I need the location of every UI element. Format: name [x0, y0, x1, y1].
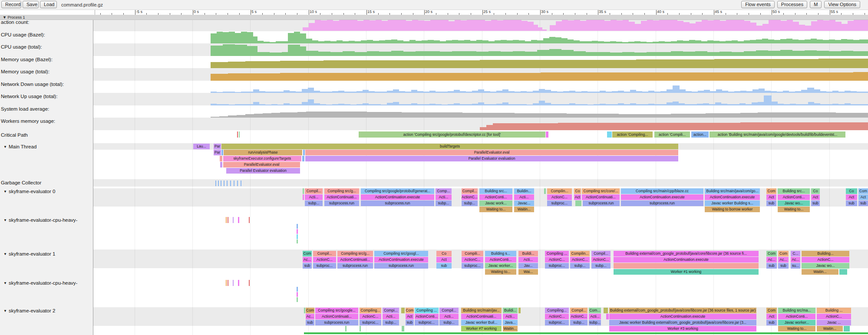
net-down-counter-bar[interactable]: [223, 92, 229, 93]
skyframe-evaluator-1-event-bar[interactable]: Compiling ...: [545, 251, 569, 256]
action-count-counter-bar[interactable]: [732, 20, 738, 31]
cpu-bazel-counter-bar[interactable]: [659, 41, 665, 43]
cpu-bazel-counter-bar[interactable]: [446, 40, 452, 43]
net-down-counter-bar[interactable]: [442, 92, 448, 93]
net-down-counter-bar[interactable]: [673, 85, 680, 93]
cpu-bazel-counter-bar[interactable]: [829, 39, 835, 43]
action-count-counter-bar[interactable]: [442, 20, 449, 31]
cpu-bazel-counter-bar[interactable]: [379, 40, 385, 43]
cpu-bazel-counter-bar[interactable]: [507, 40, 513, 43]
cpu-bazel-counter-bar[interactable]: [422, 40, 428, 43]
action-count-counter-bar[interactable]: [479, 20, 485, 31]
cpu-total-counter-bar[interactable]: [300, 46, 306, 56]
net-down-counter-bar[interactable]: [326, 92, 332, 93]
action-count-counter-bar[interactable]: [503, 20, 509, 31]
skyframe-evaluator-0-event-bar[interactable]: Buildin...: [514, 188, 534, 194]
main-thread-event-bar[interactable]: ParallelEvaluator.eval: [305, 150, 678, 155]
action-count-counter-bar[interactable]: [769, 20, 775, 31]
garbage-collector-event-bar[interactable]: [230, 181, 231, 186]
skyframe-evaluator-1-event-bar[interactable]: Ac...: [778, 257, 789, 263]
mem-bazel-counter-bar[interactable]: [376, 60, 402, 68]
action-count-counter-bar[interactable]: [586, 20, 592, 31]
cpu-total-counter-bar[interactable]: [501, 52, 513, 56]
mem-bazel-counter-bar[interactable]: [428, 60, 454, 68]
action-count-counter-bar[interactable]: [400, 20, 406, 31]
net-down-counter-bar[interactable]: [710, 91, 716, 93]
sys-load-counter-bar[interactable]: [593, 114, 601, 118]
sys-load-counter-bar[interactable]: [323, 112, 332, 118]
cpu-total-counter-bar[interactable]: [817, 51, 829, 56]
skyframe-evaluator-0-event-bar[interactable]: Javac worker Building s...: [705, 200, 760, 206]
skyframe-evaluator-1-event-bar[interactable]: Act: [436, 257, 452, 263]
cpu-bazel-counter-bar[interactable]: [367, 40, 373, 43]
mem-bazel-counter-bar[interactable]: [714, 59, 740, 68]
cpu-total-counter-bar[interactable]: [440, 52, 452, 56]
sidebar-track-label-skyframe-evaluator-1[interactable]: ▼skyframe-evaluator 1: [3, 251, 55, 256]
net-up-counter-bar[interactable]: [679, 103, 685, 105]
sys-load-counter-bar[interactable]: [723, 113, 732, 118]
sys-load-counter-bar[interactable]: [219, 116, 228, 118]
net-up-counter-bar[interactable]: [727, 104, 733, 105]
net-up-counter-bar[interactable]: [636, 104, 642, 105]
skyframe-evaluator-cpu-heavy-2-event-bar[interactable]: [249, 280, 250, 286]
skyframe-evaluator-1-event-bar[interactable]: subprocess.run: [374, 263, 428, 269]
skyframe-evaluator-0-event-bar[interactable]: Co: [574, 188, 581, 194]
skyframe-evaluator-1-event-bar[interactable]: Building...: [802, 251, 849, 256]
cpu-total-counter-bar[interactable]: [671, 51, 683, 56]
net-down-counter-bar[interactable]: [667, 89, 673, 93]
skyframe-evaluator-2-event-bar[interactable]: Acti...: [503, 314, 518, 319]
cpu-total-counter-bar[interactable]: [318, 52, 330, 56]
cpu-total-counter-bar[interactable]: [330, 52, 343, 56]
action-count-counter-bar[interactable]: [461, 20, 467, 31]
action-count-counter-bar[interactable]: [702, 20, 708, 31]
skyframe-evaluator-2-event-bar[interactable]: sub: [766, 320, 777, 325]
skyframe-evaluator-0-event-bar[interactable]: Waiting to...: [778, 207, 810, 212]
mem-total-counter-bar[interactable]: [723, 72, 749, 81]
skyframe-evaluator-0-event-bar[interactable]: subp...: [436, 200, 452, 206]
cpu-bazel-counter-bar[interactable]: [744, 40, 750, 43]
net-up-counter-bar[interactable]: [551, 104, 557, 105]
time-ruler[interactable]: -5 s0 s5 s10 s15 s20 s25 s30 s35 s40 s45…: [95, 10, 868, 15]
skyframe-evaluator-2-event-bar[interactable]: Act: [406, 314, 414, 319]
cpu-total-counter-bar[interactable]: [403, 52, 416, 56]
action-count-counter-bar[interactable]: [817, 20, 823, 31]
collapse-triangle-icon[interactable]: ▼: [3, 281, 7, 285]
cpu-total-counter-bar[interactable]: [247, 46, 257, 56]
critical-path-event-bar[interactable]: [237, 131, 238, 138]
main-thread-event-bar[interactable]: [303, 150, 305, 155]
net-down-counter-bar[interactable]: [832, 91, 838, 93]
net-down-counter-bar[interactable]: [466, 92, 472, 93]
action-count-counter-bar[interactable]: [726, 20, 732, 31]
net-down-counter-bar[interactable]: [247, 92, 253, 93]
action-count-counter-bar[interactable]: [485, 21, 491, 31]
net-down-counter-bar[interactable]: [302, 89, 308, 93]
net-down-counter-bar[interactable]: [624, 92, 630, 93]
cpu-total-counter-bar[interactable]: [355, 52, 367, 56]
skyframe-evaluator-2-event-bar[interactable]: sub: [406, 320, 414, 325]
net-up-counter-bar[interactable]: [223, 104, 229, 105]
sys-load-counter-bar[interactable]: [827, 112, 836, 118]
cpu-total-counter-bar[interactable]: [537, 50, 549, 56]
skyframe-evaluator-0-event-bar[interactable]: Co: [811, 188, 820, 194]
sys-load-counter-bar[interactable]: [263, 113, 271, 118]
net-down-counter-bar[interactable]: [795, 91, 801, 93]
skyframe-evaluator-2-event-bar[interactable]: ActionContinuation.execute: [609, 314, 756, 319]
skyframe-evaluator-2-event-bar[interactable]: [518, 308, 521, 313]
net-down-counter-bar[interactable]: [527, 92, 533, 93]
skyframe-evaluator-0-event-bar[interactable]: [303, 194, 304, 200]
action-count-counter-bar[interactable]: [714, 20, 720, 31]
skyframe-evaluator-2-event-bar[interactable]: ActionC...: [360, 314, 381, 319]
net-up-counter-bar[interactable]: [332, 104, 338, 105]
net-down-counter-bar[interactable]: [722, 91, 728, 93]
net-down-counter-bar[interactable]: [814, 89, 820, 93]
net-up-counter-bar[interactable]: [211, 104, 217, 105]
mem-total-counter-bar[interactable]: [853, 72, 868, 81]
net-up-counter-bar[interactable]: [253, 102, 259, 105]
skyframe-evaluator-0-event-bar[interactable]: Compil...: [462, 188, 478, 194]
critical-path-event-bar[interactable]: [239, 131, 240, 138]
cpu-bazel-counter-bar[interactable]: [458, 40, 464, 43]
net-down-counter-bar[interactable]: [771, 91, 777, 93]
mem-total-counter-bar[interactable]: [211, 74, 228, 81]
action-count-counter-bar[interactable]: [811, 21, 817, 31]
mem-total-counter-bar[interactable]: [462, 73, 488, 81]
